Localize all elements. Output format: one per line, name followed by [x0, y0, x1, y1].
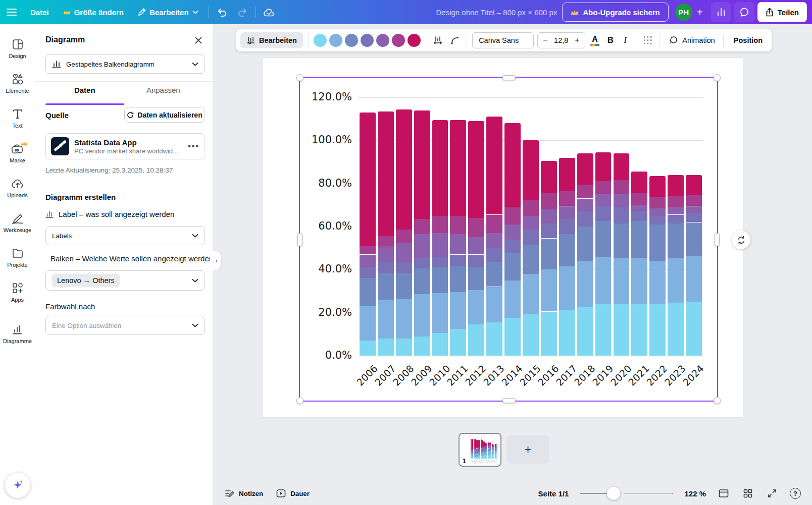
- color-swatch[interactable]: [345, 34, 358, 47]
- help-icon[interactable]: ?: [790, 488, 801, 499]
- color-swatch[interactable]: [376, 34, 389, 47]
- bar-segment-2024-vendor-5: [496, 446, 497, 447]
- insights-button[interactable]: [711, 2, 731, 22]
- share-icon: [766, 8, 774, 17]
- axis-settings-icon[interactable]: [431, 33, 445, 48]
- color-swatch[interactable]: [392, 34, 405, 47]
- chart-settings-icon: [246, 36, 255, 45]
- add-page-button[interactable]: +: [506, 435, 549, 464]
- crown-icon: [63, 9, 71, 15]
- label-field-row: Label – was soll angezeigt werden: [45, 210, 210, 218]
- resize-handle-nw[interactable]: [296, 74, 303, 81]
- refresh-icon: [127, 111, 134, 119]
- presentation-view-icon[interactable]: [717, 487, 730, 500]
- font-select[interactable]: Canva Sans: [472, 32, 534, 48]
- rainbow-bar: [590, 44, 599, 46]
- undo-button[interactable]: [212, 0, 232, 24]
- bars-series-select[interactable]: Lenovo → Others: [45, 270, 205, 291]
- upgrade-button[interactable]: Abo-Upgrade sichern: [562, 3, 669, 22]
- chart-type-select[interactable]: Gestapeltes Balkendiagramm: [45, 54, 205, 74]
- zoom-level[interactable]: 122 %: [684, 489, 706, 498]
- transparency-button[interactable]: [641, 33, 655, 48]
- tab-daten[interactable]: Daten: [45, 86, 124, 102]
- font-size-stepper: − 12,8 +: [537, 32, 585, 48]
- resize-handle-n[interactable]: [502, 75, 516, 80]
- toolbar-divider: [659, 34, 660, 47]
- zoom-slider[interactable]: [580, 486, 673, 500]
- stacked-bar-icon: [52, 60, 61, 68]
- animation-button[interactable]: Animation: [665, 35, 718, 45]
- thumbnail-xlabels: [471, 460, 497, 463]
- topbar: Datei Größe ändern Bearbeiten Design ohn…: [0, 0, 812, 24]
- ai-assistant-button[interactable]: [5, 473, 30, 498]
- line-curve-icon[interactable]: [448, 33, 462, 48]
- panel-title: Diagramm: [45, 35, 85, 44]
- font-size-decrease-button[interactable]: −: [543, 36, 547, 45]
- color-swatch[interactable]: [329, 34, 342, 47]
- resize-handle-sw[interactable]: [296, 397, 303, 404]
- resize-handle-se[interactable]: [714, 397, 721, 404]
- sidebar-item-uploads[interactable]: Uploads: [0, 171, 35, 205]
- color-swatch[interactable]: [314, 34, 327, 47]
- text-color-button[interactable]: A: [589, 35, 601, 46]
- toolbar-divider: [426, 34, 426, 47]
- color-by-select[interactable]: Eine Option auswählen: [45, 316, 205, 335]
- cycle-selection-button[interactable]: [732, 231, 750, 249]
- edit-menu-button[interactable]: Bearbeiten: [131, 0, 206, 24]
- duration-icon: [276, 489, 286, 498]
- page-thumbnail[interactable]: 1: [459, 433, 501, 467]
- panel-collapse-handle[interactable]: ‹: [213, 250, 221, 270]
- more-options-icon[interactable]: •••: [188, 142, 199, 151]
- bold-button[interactable]: B: [604, 35, 616, 45]
- transparency-icon: [643, 35, 653, 45]
- invite-member-button[interactable]: +: [693, 6, 706, 19]
- resize-handle-ne[interactable]: [714, 74, 721, 81]
- sidebar-item-marke[interactable]: co Marke: [0, 136, 35, 171]
- rotate-arrows-icon: [737, 236, 746, 245]
- comments-button[interactable]: [734, 2, 754, 22]
- position-button[interactable]: Position: [729, 36, 768, 44]
- file-menu-button[interactable]: Datei: [23, 0, 56, 24]
- cloud-saved-icon[interactable]: [259, 0, 279, 24]
- sidebar-item-design[interactable]: Design: [0, 31, 35, 66]
- edit-chart-button[interactable]: Bearbeiten: [240, 32, 303, 48]
- fullscreen-icon[interactable]: [766, 487, 779, 500]
- rail-divider: [6, 313, 29, 313]
- bars-row-text: Balken – Welche Werte sollen angezeigt w…: [50, 254, 210, 263]
- sidebar-item-text[interactable]: Text: [0, 101, 35, 136]
- redo-button[interactable]: [232, 0, 252, 24]
- resize-handle-w[interactable]: [297, 233, 302, 246]
- bar-segment-2021-others: [492, 444, 493, 445]
- design-title[interactable]: Design ohne Titel – 800 px × 600 px: [436, 8, 557, 17]
- comment-bubble-icon: [739, 7, 749, 17]
- zoom-slider-handle[interactable]: [607, 487, 620, 500]
- labels-select[interactable]: Labels: [45, 226, 205, 245]
- notes-button[interactable]: Notizen: [225, 489, 263, 498]
- resize-handle-s[interactable]: [502, 398, 516, 403]
- refresh-data-button[interactable]: Daten aktualisieren: [124, 107, 205, 123]
- tab-anpassen[interactable]: Anpassen: [124, 86, 203, 102]
- font-size-increase-button[interactable]: +: [575, 36, 579, 45]
- color-swatch[interactable]: [408, 34, 421, 47]
- grid-view-icon[interactable]: [741, 487, 754, 500]
- sidebar-item-elemente[interactable]: Elemente: [0, 66, 35, 101]
- sidebar-item-projekte[interactable]: Projekte: [0, 240, 35, 275]
- color-swatch[interactable]: [361, 34, 374, 47]
- sidebar-item-werkzeuge[interactable]: Werkzeuge: [0, 205, 35, 240]
- sidebar-item-apps[interactable]: Apps: [0, 275, 35, 310]
- share-button[interactable]: Teilen: [757, 2, 807, 22]
- sidebar-item-diagramme[interactable]: Diagramme: [0, 316, 35, 351]
- italic-button[interactable]: I: [620, 35, 630, 45]
- chevron-down-icon: [192, 323, 198, 327]
- avatar[interactable]: PH: [675, 4, 692, 21]
- resize-button[interactable]: Größe ändern: [56, 0, 131, 24]
- menu-icon[interactable]: [0, 0, 23, 24]
- toolbar-divider: [636, 34, 636, 47]
- statista-logo: [51, 137, 69, 155]
- resize-handle-e[interactable]: [715, 233, 720, 246]
- close-icon[interactable]: [192, 34, 205, 46]
- font-size-value[interactable]: 12,8: [554, 36, 568, 44]
- data-source-card[interactable]: Statista Data App PC vendor market share…: [45, 133, 205, 159]
- canva-app: Datei Größe ändern Bearbeiten Design ohn…: [0, 0, 812, 505]
- duration-button[interactable]: Dauer: [276, 489, 310, 498]
